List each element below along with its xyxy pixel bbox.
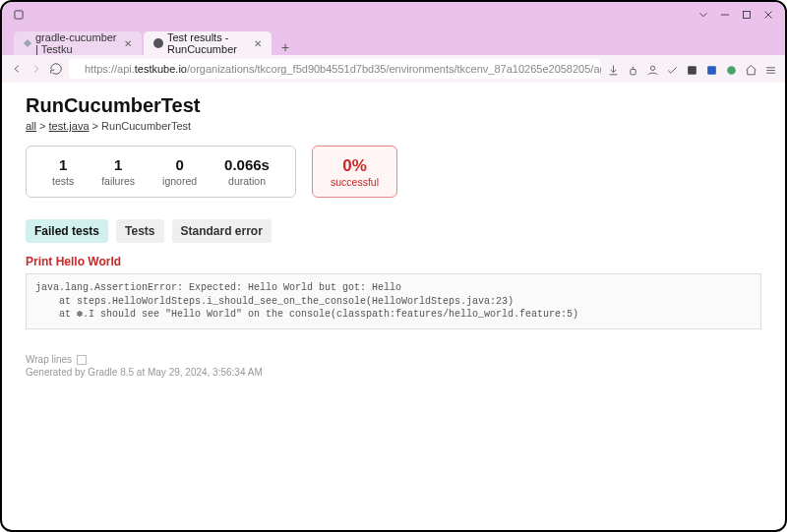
shield-icon[interactable] (627, 63, 639, 76)
duration-label: duration (228, 175, 266, 187)
breadcrumb: all > test.java > RunCucumberTest (26, 120, 761, 132)
success-label: successful (331, 176, 379, 188)
svg-point-14 (727, 66, 736, 75)
ignored-label: ignored (162, 175, 197, 187)
metrics-box: 1tests 1failures 0ignored 0.066sduration (26, 146, 296, 198)
forward-icon[interactable] (30, 62, 43, 76)
ignored-value: 0 (175, 156, 183, 173)
browser-tab-active[interactable]: Test results - RunCucumber ✕ (144, 31, 272, 55)
menu-icon[interactable] (764, 63, 777, 76)
app-menu-icon[interactable] (12, 8, 26, 22)
breadcrumb-all[interactable]: all (26, 120, 36, 132)
home-icon[interactable] (745, 63, 757, 76)
ext3-icon[interactable] (725, 63, 738, 76)
page-title: RunCucumberTest (26, 94, 761, 117)
url-prefix: https://api. (85, 63, 135, 75)
tab-failed[interactable]: Failed tests (26, 219, 108, 243)
success-box: 0% successful (312, 146, 397, 198)
minimize-icon[interactable] (718, 8, 732, 22)
failed-test-name: Print Hello World (26, 255, 761, 268)
svg-rect-0 (15, 11, 23, 19)
tests-value: 1 (59, 156, 67, 173)
tab-label: gradle-cucumber | Testku (35, 31, 118, 55)
stack-trace: java.lang.AssertionError: Expected: Hell… (26, 273, 761, 329)
new-tab-button[interactable]: + (277, 39, 293, 55)
svg-rect-12 (688, 66, 696, 75)
svg-rect-10 (631, 69, 636, 74)
success-value: 0% (342, 156, 367, 176)
diamond-icon (24, 39, 31, 47)
svg-marker-5 (24, 39, 31, 47)
url-input[interactable]: https://api.testkube.io/organizations/tk… (69, 59, 601, 79)
tab-close-icon[interactable]: ✕ (254, 38, 262, 49)
svg-rect-13 (707, 66, 716, 75)
favicon-icon (153, 38, 163, 48)
url-bar: https://api.testkube.io/organizations/tk… (2, 55, 785, 83)
page-content: RunCucumberTest all > test.java > RunCuc… (2, 83, 785, 341)
browser-tab[interactable]: gradle-cucumber | Testku ✕ (14, 31, 142, 55)
refresh-icon[interactable] (49, 62, 63, 76)
url-path: /organizations/tkcorg_f5d90b4551d7bd35/e… (187, 63, 601, 75)
svg-rect-2 (744, 12, 751, 19)
wrap-lines-label: Wrap lines (26, 354, 72, 365)
wrap-lines-checkbox[interactable] (77, 355, 87, 365)
duration-value: 0.066s (224, 156, 270, 173)
generated-by: Generated by Gradle 8.5 at May 29, 2024,… (26, 367, 263, 378)
tab-label: Test results - RunCucumber (167, 31, 248, 55)
browser-tabbar: gradle-cucumber | Testku ✕ Test results … (2, 28, 785, 55)
toolbar-icons (607, 63, 777, 76)
ext1-icon[interactable] (686, 63, 698, 76)
url-domain: testkube.io (135, 63, 187, 75)
breadcrumb-leaf: RunCucumberTest (101, 120, 191, 132)
tab-stderr[interactable]: Standard error (172, 219, 272, 243)
result-tabs: Failed tests Tests Standard error (26, 219, 761, 243)
failures-value: 1 (114, 156, 122, 173)
failures-label: failures (101, 175, 135, 187)
maximize-icon[interactable] (740, 8, 754, 22)
tab-tests[interactable]: Tests (116, 219, 163, 243)
close-icon[interactable] (761, 8, 775, 22)
window-titlebar (2, 2, 785, 28)
svg-point-11 (650, 66, 654, 70)
tab-close-icon[interactable]: ✕ (124, 38, 132, 49)
svg-point-9 (633, 67, 634, 68)
extensions-icon[interactable] (666, 63, 679, 76)
breadcrumb-pkg[interactable]: test.java (49, 120, 90, 132)
download-icon[interactable] (607, 63, 620, 76)
caret-down-icon[interactable] (696, 8, 710, 22)
ext2-icon[interactable] (705, 63, 718, 76)
summary-row: 1tests 1failures 0ignored 0.066sduration… (26, 146, 761, 198)
back-icon[interactable] (10, 62, 24, 76)
footer: Wrap lines Generated by Gradle 8.5 at Ma… (26, 354, 263, 378)
account-icon[interactable] (646, 63, 659, 76)
tests-label: tests (52, 175, 74, 187)
